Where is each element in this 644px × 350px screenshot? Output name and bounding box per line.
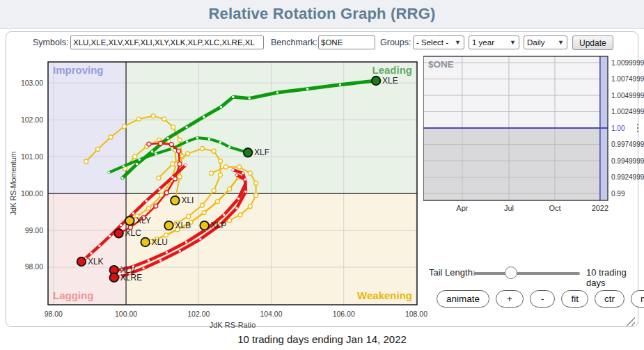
trail-marker	[162, 117, 166, 121]
trail-marker	[133, 154, 137, 159]
benchmark-chart[interactable]: $ONE1.00999991.00749991.00499991.0024999…	[423, 55, 644, 219]
bench-y-tick-label: 0.9974999	[611, 141, 644, 148]
trail-marker	[151, 150, 153, 152]
endpoint-XLU[interactable]	[141, 238, 150, 247]
trail-marker	[122, 125, 126, 129]
y-tick-label: 101.00	[21, 152, 43, 161]
tail-length-value: 10 trading days	[586, 267, 638, 288]
chart-caption: 10 trading days ending Jan 14, 2022	[0, 333, 644, 345]
trail-marker	[242, 172, 244, 174]
endpoint-XLY[interactable]	[125, 216, 134, 225]
quadrant-label-improving: Improving	[53, 64, 104, 76]
symbol-label-XLY: XLY	[136, 216, 151, 225]
quadrant-lagging	[48, 193, 126, 305]
x-tick-label: 98.00	[45, 310, 63, 318]
trail-marker	[249, 97, 251, 100]
trail-marker	[157, 176, 161, 180]
tail-length-label: Tail Length:	[429, 267, 476, 278]
drag-handle-icon[interactable]	[637, 131, 638, 132]
trail-marker	[223, 165, 228, 169]
benchmark-input[interactable]	[318, 35, 375, 49]
trail-marker	[215, 200, 219, 204]
trail-marker	[179, 250, 181, 252]
trail-marker	[154, 204, 158, 208]
slider-handle[interactable]	[505, 267, 517, 279]
trail-marker	[146, 206, 150, 210]
trail-marker	[121, 177, 123, 179]
fit-button[interactable]: fit	[561, 290, 588, 308]
zoom-in-button[interactable]: +	[496, 290, 524, 308]
endpoint-XLE[interactable]	[372, 77, 381, 86]
chevron-down-icon: ▼	[554, 39, 564, 46]
bench-y-tick-label: 0.9924999	[611, 173, 644, 181]
resize-handle-icon[interactable]	[625, 317, 635, 326]
symbols-input[interactable]	[70, 35, 264, 49]
x-tick-label: 106.00	[333, 310, 355, 318]
bench-x-tick-label: 2022	[592, 204, 608, 212]
y-tick-label: 100.00	[21, 189, 43, 198]
y-tick-label: 103.00	[21, 79, 43, 87]
bench-y-tick-label: 1.00	[611, 125, 625, 132]
chart-buttons: animate+-fitctrmax	[437, 290, 644, 308]
groups-select[interactable]: - Select - ▼	[413, 35, 464, 49]
trail-marker	[212, 189, 216, 193]
frequency-select[interactable]: Daily ▼	[524, 35, 567, 49]
quadrant-label-weakening: Weakening	[357, 289, 412, 301]
trail-marker	[254, 193, 258, 198]
drag-handle-icon[interactable]	[637, 127, 638, 129]
zoom-out-button[interactable]: -	[530, 290, 556, 308]
endpoint-XLC[interactable]	[114, 229, 123, 238]
symbol-label-XLP: XLP	[211, 221, 227, 230]
trail-marker	[228, 146, 230, 148]
trail-marker	[306, 88, 308, 90]
trail-marker	[219, 173, 223, 177]
bench-x-tick-label: Jul	[504, 204, 514, 212]
trail-marker	[196, 136, 198, 138]
endpoint-XLB[interactable]	[164, 221, 173, 230]
symbols-label: Symbols:	[33, 38, 68, 47]
endpoint-XLI[interactable]	[171, 196, 180, 205]
trail-marker	[120, 224, 122, 226]
trail-marker	[248, 205, 252, 209]
ctr-button[interactable]: ctr	[595, 290, 625, 308]
rrg-panel: Symbols: Benchmark: Groups: - Select - ▼…	[6, 31, 638, 327]
trail-marker	[244, 178, 246, 180]
trail-marker	[235, 174, 237, 176]
trail-marker	[169, 143, 173, 147]
quadrant-label-lagging: Lagging	[53, 289, 93, 301]
animate-button[interactable]: animate	[437, 290, 489, 308]
x-tick-label: 100.00	[115, 310, 137, 318]
trail-marker	[184, 164, 187, 166]
trail-marker	[185, 126, 187, 128]
max-button[interactable]: max	[631, 290, 644, 308]
slider-track[interactable]	[473, 272, 580, 275]
trail-marker	[187, 214, 191, 218]
trail-marker	[98, 245, 100, 247]
update-button[interactable]: Update	[572, 35, 613, 50]
trail-marker	[108, 171, 110, 173]
trail-marker	[203, 116, 205, 118]
trail-marker	[109, 135, 113, 139]
period-select[interactable]: 1 year ▼	[469, 35, 519, 49]
chevron-down-icon: ▼	[506, 39, 516, 46]
endpoint-XLF[interactable]	[244, 148, 253, 157]
drag-handle-icon[interactable]	[637, 124, 638, 125]
trail-marker	[228, 187, 232, 191]
chevron-down-icon: ▼	[451, 39, 461, 46]
trail-marker	[171, 162, 175, 166]
symbol-label-XLB: XLB	[175, 221, 191, 230]
tail-length-slider[interactable]	[473, 264, 580, 281]
trail-marker	[219, 141, 221, 143]
endpoint-XLP[interactable]	[200, 221, 209, 230]
trail-marker	[178, 162, 182, 166]
page-title: Relative Rotation Graph (RRG)	[208, 5, 435, 23]
trail-marker	[212, 149, 216, 153]
trail-marker	[339, 83, 341, 86]
trail-marker	[159, 141, 163, 145]
bench-y-tick-label: 1.0049999	[611, 92, 644, 100]
trail-marker	[219, 159, 223, 164]
symbol-label-XLF: XLF	[254, 148, 269, 157]
symbol-label-XLI: XLI	[181, 196, 194, 205]
trail-marker	[244, 191, 246, 193]
rrg-chart[interactable]: XLIXLYXLBXLPXLUXLEXLFXLCXLKXLVXLREImprov…	[8, 56, 432, 335]
